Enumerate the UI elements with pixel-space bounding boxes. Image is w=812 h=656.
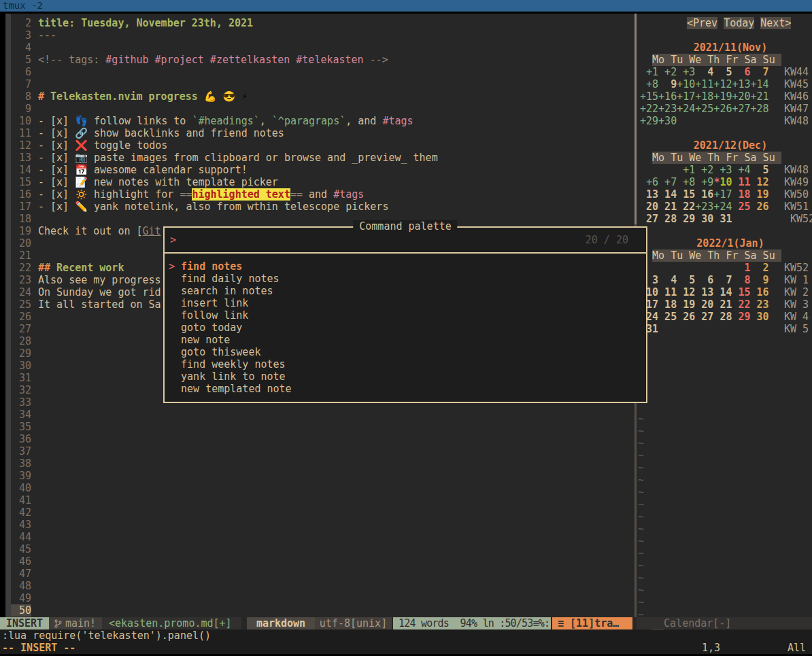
editor-line[interactable]: 3---: [11, 29, 635, 41]
editor-line[interactable]: 37: [11, 445, 635, 458]
editor-line[interactable]: 40: [11, 482, 635, 494]
editor-line[interactable]: 9: [11, 103, 635, 115]
calendar-days[interactable]: 8: [732, 274, 750, 286]
editor-line[interactable]: 46: [11, 555, 635, 568]
calendar-days[interactable]: +15+16+17+18+19+20+21: [640, 90, 769, 103]
calendar-days[interactable]: 3 4 5 6 7: [640, 274, 732, 286]
text-segment: ==: [180, 188, 192, 201]
calendar-days[interactable]: +22+23+24+25+26+27+28: [640, 103, 769, 115]
calendar-days[interactable]: [640, 164, 677, 176]
calendar-days[interactable]: 16: [751, 286, 769, 298]
calendar-days[interactable]: 13 14 15 16: [640, 188, 713, 201]
git-branch-segment[interactable]: main!: [49, 617, 102, 629]
line-text: - [x] 📷 paste images from clipboard or b…: [38, 152, 438, 164]
palette-item[interactable]: find weekly notes: [165, 358, 646, 370]
editor-line[interactable]: 48: [11, 580, 635, 592]
calendar-next-button[interactable]: Next>: [760, 17, 791, 29]
calendar-days[interactable]: 1: [732, 262, 750, 274]
editor-line[interactable]: 6: [11, 66, 635, 78]
weekday-labels: Mo Tu We Th Fr Sa Su: [652, 54, 781, 66]
calendar-days[interactable]: 18: [732, 188, 750, 201]
calendar-days[interactable]: 6: [732, 66, 750, 78]
editor-line[interactable]: 5<!-- tags: #github #project #zettelkast…: [11, 54, 635, 66]
command-line[interactable]: :lua require('telekasten').panel(): [0, 629, 812, 642]
calendar-days[interactable]: 11: [732, 176, 750, 188]
editor-line[interactable]: 41: [11, 494, 635, 506]
calendar-days[interactable]: 15: [732, 286, 750, 298]
editor-line[interactable]: 4: [11, 41, 635, 54]
editor-line[interactable]: 39: [11, 470, 635, 482]
editor-line[interactable]: 2title: Tuesday, November 23th, 2021: [11, 17, 635, 29]
calendar-days[interactable]: +23+24: [695, 201, 732, 213]
calendar-days[interactable]: 20 21 22: [640, 201, 695, 213]
editor-line[interactable]: 7: [11, 78, 635, 90]
calendar-days[interactable]: 2: [751, 262, 769, 274]
calendar-prev-button[interactable]: <Prev: [687, 17, 717, 29]
editor-line[interactable]: 45: [11, 543, 635, 555]
calendar-days[interactable]: 27 28 29 30 31: [640, 213, 732, 225]
editor-line[interactable]: 13- [x] 📷 paste images from clipboard or…: [11, 152, 635, 164]
editor-line[interactable]: 14- [x] 📅 awesome calendar support!: [11, 164, 635, 176]
calendar-window[interactable]: <PrevTodayNext>2021/11(Nov) Mo Tu We Th …: [637, 14, 812, 617]
calendar-days[interactable]: 25: [732, 201, 750, 213]
line-text: It all started on Sa: [38, 298, 161, 311]
editor-line[interactable]: 35: [11, 421, 635, 433]
editor-line[interactable]: 44: [11, 531, 635, 543]
palette-item[interactable]: find daily notes: [165, 273, 646, 285]
editor-line[interactable]: 47: [11, 568, 635, 580]
calendar-days[interactable]: 9: [658, 78, 677, 90]
calendar-days[interactable]: 22: [732, 298, 750, 311]
calendar-days[interactable]: 5: [751, 164, 769, 176]
calendar-days[interactable]: 9: [751, 274, 769, 286]
editor-line[interactable]: 11- [x] 🔗 show backlinks and friend note…: [11, 127, 635, 139]
palette-item[interactable]: yank link to note: [165, 370, 646, 383]
editor-line[interactable]: 17- [x] ✏️ yank notelink, also from wthi…: [11, 201, 635, 213]
calendar-days[interactable]: +29+30: [640, 115, 677, 127]
palette-item[interactable]: > find notes: [165, 260, 646, 273]
palette-item[interactable]: follow link: [165, 309, 646, 322]
calendar-days[interactable]: 10 11 12 13 14: [640, 286, 732, 298]
calendar-days[interactable]: 7: [751, 66, 769, 78]
calendar-days[interactable]: 12: [751, 176, 769, 188]
palette-item[interactable]: goto today: [165, 322, 646, 334]
calendar-days[interactable]: 17 18 19 20 21: [640, 298, 732, 311]
calendar-days[interactable]: 23: [751, 298, 769, 311]
calendar-days[interactable]: +1 +2 +3: [640, 66, 695, 78]
editor-line[interactable]: 49: [11, 592, 635, 604]
calendar-days[interactable]: 19: [751, 188, 769, 201]
calendar-days[interactable]: 4 5: [695, 66, 732, 78]
palette-item[interactable]: new note: [165, 334, 646, 346]
buffer-list-segment[interactable]: ≡ [11]tra…: [552, 617, 632, 629]
line-number: 35: [11, 421, 31, 433]
calendar-days[interactable]: 29: [732, 311, 750, 323]
palette-item[interactable]: goto thisweek: [165, 346, 646, 358]
editor-line[interactable]: 43: [11, 519, 635, 531]
filename-segment[interactable]: <ekasten.promo.md[+]: [102, 617, 241, 629]
editor-line[interactable]: 15- [x] 📝 new notes with template picker: [11, 176, 635, 188]
calendar-week-row: +29+30KW48: [637, 115, 812, 127]
calendar-today-button[interactable]: Today: [724, 17, 754, 29]
editor-line[interactable]: 38: [11, 458, 635, 470]
calendar-days[interactable]: 26: [751, 201, 769, 213]
calendar-days[interactable]: +10+11+12+13+14: [677, 78, 768, 90]
calendar-days[interactable]: +8: [640, 78, 658, 90]
calendar-days[interactable]: 24 25 26 27 28: [640, 311, 732, 323]
calendar-days[interactable]: 10: [720, 176, 732, 188]
palette-item[interactable]: new templated note: [165, 383, 646, 395]
editor-line[interactable]: 50: [11, 604, 635, 617]
editor-line[interactable]: 8# Telekasten.nvim progress 💪 😎 ⚡: [11, 90, 635, 103]
calendar-days[interactable]: [640, 262, 732, 274]
editor-line[interactable]: 16- [x] 🔅 highlight for ==highlighted te…: [11, 188, 635, 201]
editor-line[interactable]: 18: [11, 213, 635, 225]
calendar-days[interactable]: +1 +2 +3 +4: [677, 164, 750, 176]
editor-line[interactable]: 42: [11, 506, 635, 519]
calendar-days[interactable]: +17: [713, 188, 732, 201]
editor-line[interactable]: 10- [x] 👣 follow links to `#headings`, `…: [11, 115, 635, 127]
editor-line[interactable]: 36: [11, 433, 635, 445]
editor-line[interactable]: 12- [x] ❌ toggle todos: [11, 139, 635, 152]
calendar-days[interactable]: 30: [751, 311, 769, 323]
palette-item[interactable]: insert link: [165, 297, 646, 309]
editor-line[interactable]: 34: [11, 409, 635, 421]
palette-item[interactable]: search in notes: [165, 285, 646, 297]
calendar-days[interactable]: +6 +7 +8 +9: [640, 176, 713, 188]
